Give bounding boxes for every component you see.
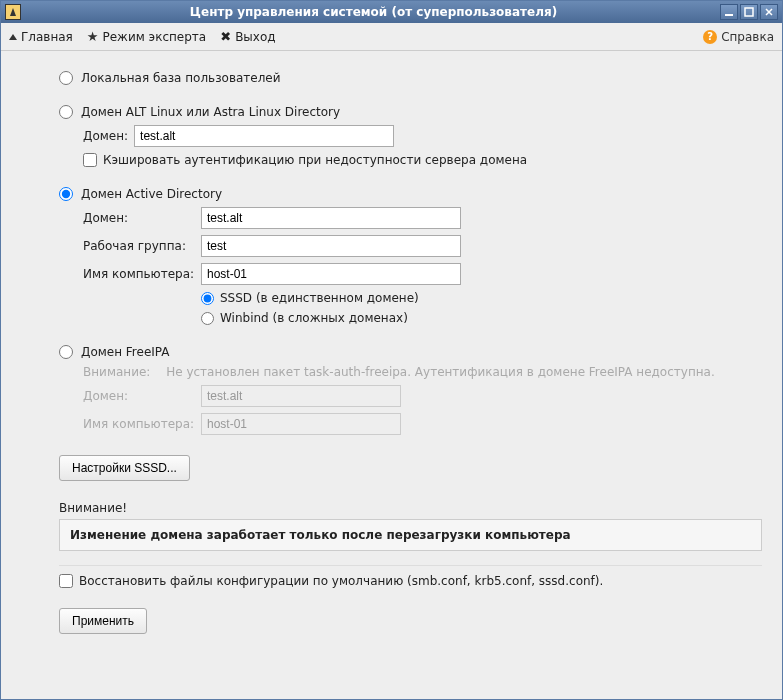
radio-winbind-label: Winbind (в сложных доменах): [220, 311, 408, 325]
radio-freeipa[interactable]: [59, 345, 73, 359]
attention-label: Внимание!: [59, 501, 762, 515]
radio-local-label: Локальная база пользователей: [81, 71, 281, 85]
minimize-button[interactable]: [720, 4, 738, 20]
ad-hostname-input[interactable]: [201, 263, 461, 285]
freeipa-domain-input: [201, 385, 401, 407]
alt-domain-input[interactable]: [134, 125, 394, 147]
freeipa-hostname-input: [201, 413, 401, 435]
toolbar-help-label: Справка: [721, 30, 774, 44]
radio-ad[interactable]: [59, 187, 73, 201]
svg-rect-0: [725, 14, 733, 16]
star-icon: ★: [87, 29, 99, 44]
toolbar-expert-label: Режим эксперта: [103, 30, 207, 44]
toolbar-help[interactable]: ? Справка: [703, 30, 774, 44]
svg-rect-1: [745, 8, 753, 16]
close-button[interactable]: [760, 4, 778, 20]
separator: [59, 565, 762, 566]
ad-workgroup-label: Рабочая группа:: [83, 239, 195, 253]
apply-button[interactable]: Применить: [59, 608, 147, 634]
titlebar: Центр управления системой (от суперпольз…: [1, 1, 782, 23]
ad-hostname-label: Имя компьютера:: [83, 267, 195, 281]
option-freeipa: Домен FreeIPA Внимание: Не установлен па…: [59, 345, 762, 435]
main-window: Центр управления системой (от суперпольз…: [0, 0, 783, 700]
freeipa-hostname-label: Имя компьютера:: [83, 417, 195, 431]
window-controls: [720, 4, 778, 20]
toolbar-home-label: Главная: [21, 30, 73, 44]
toolbar-expert[interactable]: ★ Режим эксперта: [87, 29, 206, 44]
help-icon: ?: [703, 30, 717, 44]
option-local: Локальная база пользователей: [59, 71, 762, 85]
ad-domain-label: Домен:: [83, 211, 195, 225]
restore-checkbox[interactable]: [59, 574, 73, 588]
app-icon: [5, 4, 21, 20]
freeipa-warn-label: Внимание:: [83, 365, 150, 379]
radio-ad-label: Домен Active Directory: [81, 187, 222, 201]
content-area: Локальная база пользователей Домен ALT L…: [1, 51, 782, 699]
alt-cache-label: Кэшировать аутентификацию при недоступно…: [103, 153, 527, 167]
radio-sssd-label: SSSD (в единственном домене): [220, 291, 419, 305]
maximize-button[interactable]: [740, 4, 758, 20]
ad-domain-input[interactable]: [201, 207, 461, 229]
radio-sssd[interactable]: [201, 292, 214, 305]
ad-workgroup-input[interactable]: [201, 235, 461, 257]
option-alt: Домен ALT Linux или Astra Linux Director…: [59, 105, 762, 167]
arrow-up-icon: [9, 34, 17, 40]
x-icon: ✖: [220, 29, 231, 44]
freeipa-warn-text: Не установлен пакет task-auth-freeipa. А…: [166, 365, 715, 379]
radio-alt-label: Домен ALT Linux или Astra Linux Director…: [81, 105, 340, 119]
toolbar-exit[interactable]: ✖ Выход: [220, 29, 275, 44]
toolbar: Главная ★ Режим эксперта ✖ Выход ? Справ…: [1, 23, 782, 51]
toolbar-exit-label: Выход: [235, 30, 275, 44]
radio-local[interactable]: [59, 71, 73, 85]
radio-winbind[interactable]: [201, 312, 214, 325]
alt-cache-checkbox[interactable]: [83, 153, 97, 167]
window-title: Центр управления системой (от суперпольз…: [27, 5, 720, 19]
alt-domain-label: Домен:: [83, 129, 128, 143]
freeipa-domain-label: Домен:: [83, 389, 195, 403]
attention-box: Изменение домена заработает только после…: [59, 519, 762, 551]
toolbar-home[interactable]: Главная: [9, 30, 73, 44]
sssd-settings-button[interactable]: Настройки SSSD...: [59, 455, 190, 481]
option-ad: Домен Active Directory Домен: Рабочая гр…: [59, 187, 762, 325]
attention-text: Изменение домена заработает только после…: [70, 528, 571, 542]
radio-freeipa-label: Домен FreeIPA: [81, 345, 170, 359]
radio-alt[interactable]: [59, 105, 73, 119]
restore-label: Восстановить файлы конфигурации по умолч…: [79, 574, 603, 588]
